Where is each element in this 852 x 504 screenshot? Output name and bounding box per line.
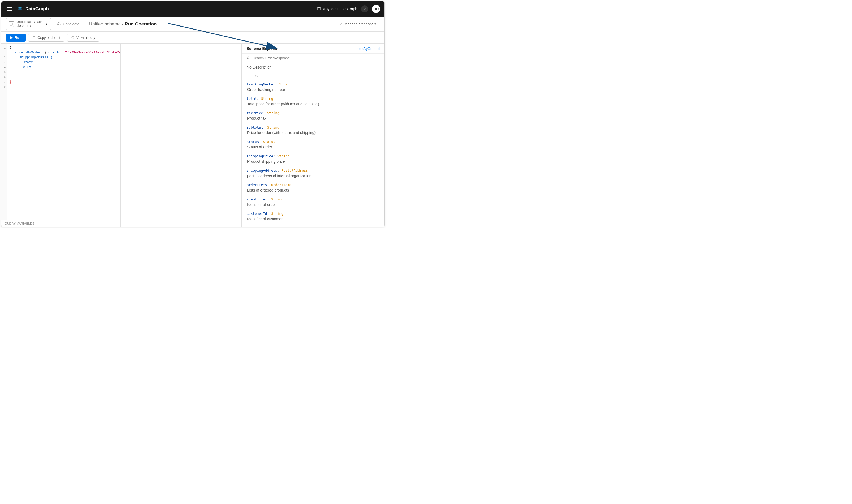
schema-search[interactable] (242, 54, 385, 62)
fields-list: trackingNumber: StringOrder tracking num… (247, 82, 379, 221)
view-history-button[interactable]: View history (67, 34, 99, 41)
top-nav: DataGraph Anypoint DataGraph ? DU (1, 1, 385, 17)
product-link[interactable]: Anypoint DataGraph (317, 7, 357, 11)
app-logo[interactable]: DataGraph (17, 6, 49, 12)
schema-field[interactable]: trackingNumber: StringOrder tracking num… (247, 82, 379, 92)
env-value: docs-env (17, 23, 42, 28)
run-button[interactable]: Run (6, 34, 25, 41)
cloud-check-icon (56, 22, 61, 26)
results-panel (121, 44, 242, 227)
schema-back-link[interactable]: ‹ ordersByOrderId (351, 47, 379, 51)
schema-search-input[interactable] (253, 56, 379, 60)
manage-credentials-button[interactable]: Manage credentials (335, 20, 380, 29)
schema-field[interactable]: identifier: StringIdentifier of order (247, 197, 379, 207)
code-content[interactable]: { ordersByOrderId(orderId: "51c0ba3a-7e6… (7, 44, 121, 220)
hamburger-menu-icon[interactable] (6, 6, 13, 12)
env-title: Unified Data Graph (17, 20, 42, 23)
toolbar: Run Copy endpoint View history (1, 32, 385, 44)
schema-field[interactable]: shippingPrice: StringProduct shipping pr… (247, 154, 379, 164)
copy-endpoint-button[interactable]: Copy endpoint (28, 34, 64, 41)
schema-explorer-title: Schema Explorer (247, 47, 278, 51)
key-icon (339, 22, 342, 26)
sync-status: Up to date (56, 22, 79, 26)
breadcrumb: Unified schema / Run Operation (89, 21, 157, 27)
schema-panel: Schema ✕ Schema Explorer ‹ ordersByOrder… (242, 44, 385, 227)
chevron-left-icon: ‹ (351, 47, 353, 51)
svg-point-3 (339, 24, 340, 25)
svg-rect-0 (318, 7, 321, 10)
app-name: DataGraph (25, 6, 49, 12)
graph-icon (9, 21, 14, 27)
environment-selector[interactable]: Unified Data Graph docs-env ▼ (6, 18, 51, 30)
play-icon (10, 36, 13, 39)
query-editor[interactable]: 1 2 3 ▾ 4 5 6 7 8 { ordersByOrderId(orde… (1, 44, 121, 227)
schema-field[interactable]: orderItems: OrderItemsLists of ordered p… (247, 183, 379, 192)
schema-field[interactable]: customerId: StringIdentifier of customer (247, 212, 379, 221)
clipboard-icon (32, 36, 36, 39)
schema-field[interactable]: subtotal: StringPrice for order (without… (247, 125, 379, 135)
datagraph-icon (17, 6, 23, 12)
query-variables-toggle[interactable]: Query Variables (1, 220, 121, 227)
help-button[interactable]: ? (361, 5, 368, 13)
svg-rect-2 (10, 23, 13, 25)
fields-heading: Fields (247, 74, 379, 79)
svg-line-8 (249, 58, 250, 59)
subheader: Unified Data Graph docs-env ▼ Up to date… (1, 17, 385, 32)
schema-field[interactable]: status: StatusStatus of order (247, 140, 379, 149)
window-icon (317, 7, 321, 11)
schema-field[interactable]: taxPrice: StringProduct tax (247, 111, 379, 121)
history-icon (71, 36, 75, 39)
schema-field[interactable]: total: StringTotal price for order (with… (247, 96, 379, 106)
schema-field[interactable]: shippingAddress: PostalAddresspostal add… (247, 168, 379, 178)
svg-point-7 (247, 57, 249, 59)
line-gutter: 1 2 3 ▾ 4 5 6 7 8 (1, 44, 7, 220)
chevron-down-icon: ▼ (45, 22, 48, 26)
user-avatar[interactable]: DU (372, 5, 380, 13)
search-icon (247, 56, 250, 60)
schema-no-description: No Description (247, 65, 379, 69)
